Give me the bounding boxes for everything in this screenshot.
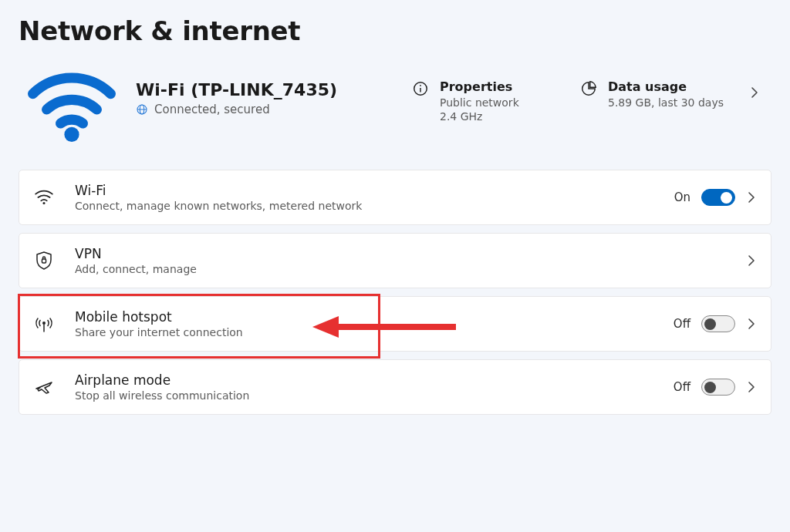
connection-title: Wi-Fi (TP-LINK_7435) bbox=[136, 80, 398, 99]
connection-summary: Wi-Fi (TP-LINK_7435) Connected, secured bbox=[136, 66, 398, 116]
settings-list: Wi-Fi Connect, manage known networks, me… bbox=[19, 170, 771, 415]
airplane-icon bbox=[33, 378, 55, 396]
airplane-toggle[interactable] bbox=[701, 379, 735, 396]
airplane-row-desc: Stop all wireless communication bbox=[75, 389, 653, 402]
status-row-chevron-icon[interactable] bbox=[741, 66, 768, 99]
wifi-signal-icon bbox=[22, 66, 122, 143]
svg-point-6 bbox=[420, 85, 421, 86]
properties-line1: Public network bbox=[440, 96, 519, 110]
chevron-right-icon bbox=[746, 191, 757, 204]
hotspot-row-desc: Share your internet connection bbox=[75, 326, 653, 338]
vpn-row-title: VPN bbox=[75, 246, 726, 261]
wifi-row[interactable]: Wi-Fi Connect, manage known networks, me… bbox=[19, 170, 771, 225]
wifi-row-desc: Connect, manage known networks, metered … bbox=[75, 200, 654, 212]
vpn-row[interactable]: VPN Add, connect, manage bbox=[19, 233, 771, 288]
properties-line2: 2.4 GHz bbox=[440, 109, 519, 124]
connection-status-text: Connected, secured bbox=[154, 103, 270, 116]
info-icon bbox=[412, 80, 429, 97]
wifi-toggle[interactable] bbox=[701, 189, 735, 206]
hotspot-toggle[interactable] bbox=[701, 315, 735, 332]
data-usage-title: Data usage bbox=[608, 79, 724, 96]
airplane-state-label: Off bbox=[674, 380, 690, 394]
wifi-row-title: Wi-Fi bbox=[75, 183, 654, 198]
airplane-mode-row[interactable]: Airplane mode Stop all wireless communic… bbox=[19, 359, 771, 415]
globe-icon bbox=[136, 103, 148, 116]
hotspot-icon bbox=[33, 315, 55, 333]
chevron-right-icon bbox=[746, 381, 757, 393]
data-usage-link[interactable]: Data usage 5.89 GB, last 30 days bbox=[580, 66, 727, 109]
pie-chart-icon bbox=[580, 80, 597, 97]
svg-point-7 bbox=[42, 202, 45, 204]
chevron-right-icon bbox=[746, 318, 757, 330]
chevron-right-icon bbox=[746, 254, 757, 267]
page-title: Network & internet bbox=[19, 15, 771, 46]
properties-title: Properties bbox=[440, 79, 519, 96]
wifi-state-label: On bbox=[674, 190, 690, 204]
data-usage-line1: 5.89 GB, last 30 days bbox=[608, 96, 724, 110]
airplane-row-title: Airplane mode bbox=[75, 372, 653, 388]
hotspot-row-title: Mobile hotspot bbox=[75, 309, 653, 325]
properties-link[interactable]: Properties Public network 2.4 GHz bbox=[412, 66, 566, 124]
svg-point-0 bbox=[64, 127, 79, 142]
wifi-icon bbox=[33, 189, 55, 206]
connection-status-row: Wi-Fi (TP-LINK_7435) Connected, secured bbox=[19, 63, 771, 165]
mobile-hotspot-row[interactable]: Mobile hotspot Share your internet conne… bbox=[19, 296, 771, 352]
shield-lock-icon bbox=[33, 251, 55, 271]
svg-rect-8 bbox=[42, 259, 46, 263]
vpn-row-desc: Add, connect, manage bbox=[75, 263, 726, 275]
hotspot-state-label: Off bbox=[674, 317, 690, 331]
